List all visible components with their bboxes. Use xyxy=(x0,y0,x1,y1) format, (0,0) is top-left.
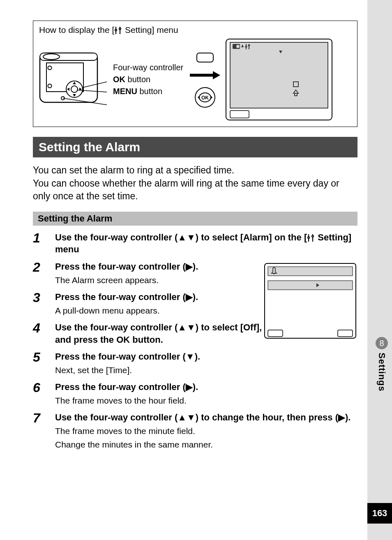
step-heading: Press the four-way controller (▶). xyxy=(55,381,357,393)
diagram-caption-prefix: How to display the [ xyxy=(39,25,114,35)
svg-rect-32 xyxy=(268,330,283,337)
step-7: 7 Use the four-way controller (▲▼) to ch… xyxy=(33,411,357,450)
arrow-column: OK xyxy=(190,51,220,108)
howto-diagram: How to display the [ Setting] menu xyxy=(33,21,357,127)
right-icon: ▶ xyxy=(186,292,193,302)
svg-text:OK: OK xyxy=(201,95,209,101)
arrow-right-icon xyxy=(190,70,220,80)
step-number: 4 xyxy=(33,321,55,346)
camera-illustration xyxy=(39,45,109,115)
step-5: 5 Press the four-way controller (▼). Nex… xyxy=(33,351,357,376)
subheading: Setting the Alarm xyxy=(33,212,357,226)
svg-point-2 xyxy=(43,54,60,60)
setting-icon xyxy=(114,26,122,35)
step-number: 2 xyxy=(33,261,55,286)
diagram-labels: Four-way controller OK button MENU butto… xyxy=(113,63,183,96)
svg-rect-30 xyxy=(268,281,353,290)
label-fourway: Four-way controller xyxy=(113,63,183,72)
svg-rect-33 xyxy=(338,330,353,337)
ok-button-icon: OK xyxy=(194,87,216,108)
right-icon: ▶ xyxy=(186,382,193,392)
updown-icon: ▲▼ xyxy=(178,412,196,422)
alarm-screen-illustration xyxy=(263,262,357,342)
step-description: The frame moves to the hour field. xyxy=(55,395,357,406)
step-number: 1 xyxy=(33,231,55,256)
step-description: Change the minutes in the same manner. xyxy=(55,439,357,450)
step-description: The Alarm screen appears. xyxy=(55,275,248,286)
section-title: Setting the Alarm xyxy=(33,137,357,157)
intro-text: You can set the alarm to ring at a speci… xyxy=(33,164,357,202)
step-description: The frame moves to the minute field. xyxy=(55,425,357,437)
step-number: 6 xyxy=(33,381,55,406)
step-heading: Press the four-way controller (▼). xyxy=(55,351,357,363)
svg-point-23 xyxy=(236,45,240,48)
svg-point-7 xyxy=(71,86,78,92)
setting-icon xyxy=(307,233,315,242)
svg-rect-29 xyxy=(268,267,353,276)
label-menu: MENU button xyxy=(113,87,183,96)
camera-screen-illustration xyxy=(224,37,334,122)
right-icon: ▶ xyxy=(338,412,345,422)
step-number: 5 xyxy=(33,351,55,376)
svg-rect-12 xyxy=(197,53,213,62)
svg-rect-21 xyxy=(230,42,328,108)
step-description: Next, set the [Time]. xyxy=(55,365,357,376)
label-ok: OK button xyxy=(113,75,183,84)
page-number: 163 xyxy=(367,503,392,524)
intro-line-1: You can set the alarm to ring at a speci… xyxy=(33,164,357,177)
step-6: 6 Press the four-way controller (▶). The… xyxy=(33,381,357,406)
small-button-icon xyxy=(196,51,214,64)
right-icon: ▶ xyxy=(186,261,193,272)
steps-list: 1 Use the four-way controller (▲▼) to se… xyxy=(33,231,357,450)
svg-point-5 xyxy=(48,84,52,88)
step-number: 3 xyxy=(33,291,55,316)
chapter-tab: 8 Settings xyxy=(376,337,388,392)
step-heading: Use the four-way controller (▲▼) to sele… xyxy=(55,231,357,256)
chapter-number: 8 xyxy=(376,337,388,349)
diagram-caption-suffix: Setting] menu xyxy=(122,25,178,35)
svg-marker-14 xyxy=(213,71,220,79)
step-heading: Use the four-way controller (▲▼) to chan… xyxy=(55,411,357,424)
diagram-caption: How to display the [ Setting] menu xyxy=(39,25,351,35)
svg-rect-27 xyxy=(230,111,249,118)
svg-point-4 xyxy=(48,66,52,69)
step-heading: Press the four-way controller (▶). xyxy=(55,291,248,303)
intro-line-2: You can choose whether the alarm will ri… xyxy=(33,177,357,203)
step-heading: Press the four-way controller (▶). xyxy=(55,261,248,273)
down-icon: ▼ xyxy=(186,351,195,362)
chapter-label: Settings xyxy=(376,353,387,392)
step-description: A pull-down menu appears. xyxy=(55,305,248,316)
step-number: 7 xyxy=(33,411,55,450)
step-1: 1 Use the four-way controller (▲▼) to se… xyxy=(33,231,357,256)
updown-icon: ▲▼ xyxy=(178,322,196,332)
updown-icon: ▲▼ xyxy=(178,232,196,242)
side-margin xyxy=(367,0,392,540)
